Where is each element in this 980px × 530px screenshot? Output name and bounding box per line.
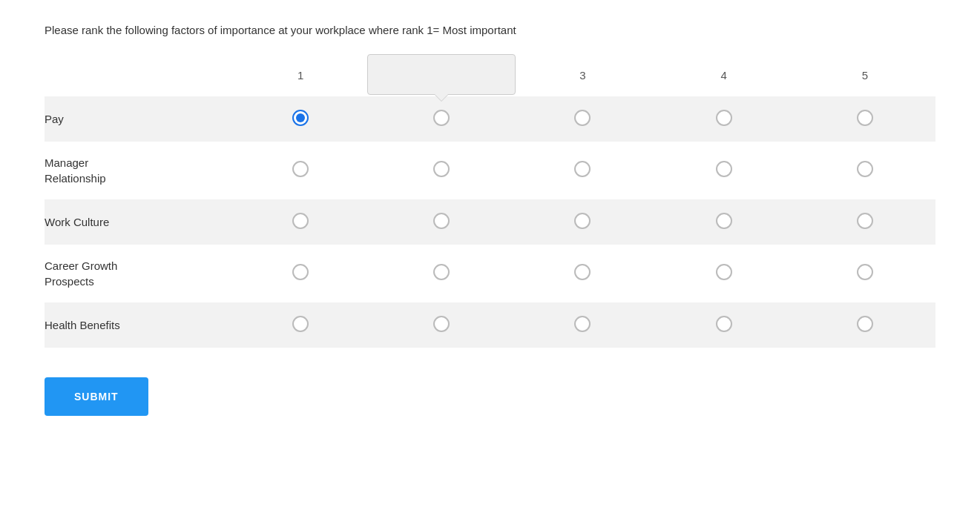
radio-health-benefits-rank3[interactable] bbox=[574, 316, 591, 332]
radio-wrapper-manager-relationship-rank2 bbox=[433, 161, 450, 177]
radio-health-benefits-rank4[interactable] bbox=[716, 316, 732, 332]
cell-career-growth-rank1 bbox=[230, 245, 371, 302]
radio-wrapper-career-growth-rank2 bbox=[433, 264, 450, 280]
cell-work-culture-rank4 bbox=[654, 199, 795, 245]
radio-pay-rank5[interactable] bbox=[857, 110, 873, 126]
cell-health-benefits-rank3 bbox=[512, 302, 653, 348]
col-header-4: 4 bbox=[654, 69, 795, 96]
radio-wrapper-manager-relationship-rank4 bbox=[716, 161, 732, 177]
cell-health-benefits-rank1 bbox=[230, 302, 371, 348]
radio-work-culture-rank1[interactable] bbox=[292, 213, 309, 229]
col-header-label bbox=[45, 69, 230, 96]
radio-manager-relationship-rank1[interactable] bbox=[292, 161, 309, 177]
cell-manager-relationship-rank4 bbox=[654, 142, 795, 199]
radio-manager-relationship-rank2[interactable] bbox=[433, 161, 450, 177]
cell-pay-rank1 bbox=[230, 96, 371, 142]
radio-wrapper-work-culture-rank1 bbox=[292, 213, 309, 229]
radio-work-culture-rank4[interactable] bbox=[716, 213, 732, 229]
cell-work-culture-rank5 bbox=[795, 199, 935, 245]
cell-career-growth-rank3 bbox=[512, 245, 653, 302]
cell-work-culture-rank2 bbox=[371, 199, 512, 245]
radio-career-growth-rank4[interactable] bbox=[716, 264, 732, 280]
cell-career-growth-rank4 bbox=[654, 245, 795, 302]
radio-wrapper-manager-relationship-rank3 bbox=[574, 161, 591, 177]
col-header-3: 3 bbox=[512, 69, 653, 96]
radio-health-benefits-rank2[interactable] bbox=[433, 316, 450, 332]
radio-wrapper-career-growth-rank4 bbox=[716, 264, 732, 280]
survey-table: 1 2 3 4 5 PayManagerRelationshipWork Cul… bbox=[45, 69, 935, 348]
radio-wrapper-health-benefits-rank2 bbox=[433, 316, 450, 332]
radio-wrapper-work-culture-rank3 bbox=[574, 213, 591, 229]
row-label-work-culture: Work Culture bbox=[45, 199, 230, 245]
radio-wrapper-pay-rank5 bbox=[857, 110, 873, 126]
radio-pay-rank2[interactable] bbox=[433, 110, 450, 126]
submit-button[interactable]: SUBMIT bbox=[45, 377, 148, 416]
cell-career-growth-rank5 bbox=[795, 245, 935, 302]
radio-wrapper-health-benefits-rank3 bbox=[574, 316, 591, 332]
radio-health-benefits-rank5[interactable] bbox=[857, 316, 873, 332]
radio-pay-rank3[interactable] bbox=[574, 110, 591, 126]
cell-career-growth-rank2 bbox=[371, 245, 512, 302]
radio-manager-relationship-rank3[interactable] bbox=[574, 161, 591, 177]
radio-wrapper-work-culture-rank2 bbox=[433, 213, 450, 229]
radio-career-growth-rank2[interactable] bbox=[433, 264, 450, 280]
radio-work-culture-rank2[interactable] bbox=[433, 213, 450, 229]
radio-pay-rank4[interactable] bbox=[716, 110, 732, 126]
cell-work-culture-rank3 bbox=[512, 199, 653, 245]
radio-wrapper-work-culture-rank5 bbox=[857, 213, 873, 229]
cell-health-benefits-rank5 bbox=[795, 302, 935, 348]
radio-wrapper-career-growth-rank3 bbox=[574, 264, 591, 280]
row-label-pay: Pay bbox=[45, 96, 230, 142]
radio-career-growth-rank1[interactable] bbox=[292, 264, 309, 280]
tooltip-popup bbox=[367, 54, 516, 95]
col-header-1: 1 bbox=[230, 69, 371, 96]
radio-manager-relationship-rank4[interactable] bbox=[716, 161, 732, 177]
col-header-5: 5 bbox=[795, 69, 935, 96]
radio-wrapper-health-benefits-rank4 bbox=[716, 316, 732, 332]
question-text: Please rank the following factors of imp… bbox=[45, 22, 935, 39]
radio-work-culture-rank5[interactable] bbox=[857, 213, 873, 229]
radio-wrapper-pay-rank1 bbox=[292, 110, 309, 126]
cell-pay-rank3 bbox=[512, 96, 653, 142]
cell-manager-relationship-rank3 bbox=[512, 142, 653, 199]
row-label-career-growth: Career GrowthProspects bbox=[45, 245, 230, 302]
radio-manager-relationship-rank5[interactable] bbox=[857, 161, 873, 177]
cell-pay-rank4 bbox=[654, 96, 795, 142]
radio-wrapper-career-growth-rank5 bbox=[857, 264, 873, 280]
row-label-manager-relationship: ManagerRelationship bbox=[45, 142, 230, 199]
radio-wrapper-manager-relationship-rank1 bbox=[292, 161, 309, 177]
cell-health-benefits-rank4 bbox=[654, 302, 795, 348]
cell-pay-rank2 bbox=[371, 96, 512, 142]
radio-wrapper-health-benefits-rank5 bbox=[857, 316, 873, 332]
radio-wrapper-pay-rank2 bbox=[433, 110, 450, 126]
radio-wrapper-pay-rank3 bbox=[574, 110, 591, 126]
radio-work-culture-rank3[interactable] bbox=[574, 213, 591, 229]
cell-pay-rank5 bbox=[795, 96, 935, 142]
cell-manager-relationship-rank5 bbox=[795, 142, 935, 199]
cell-manager-relationship-rank2 bbox=[371, 142, 512, 199]
radio-wrapper-career-growth-rank1 bbox=[292, 264, 309, 280]
cell-work-culture-rank1 bbox=[230, 199, 371, 245]
radio-career-growth-rank3[interactable] bbox=[574, 264, 591, 280]
radio-health-benefits-rank1[interactable] bbox=[292, 316, 309, 332]
radio-wrapper-manager-relationship-rank5 bbox=[857, 161, 873, 177]
cell-manager-relationship-rank1 bbox=[230, 142, 371, 199]
radio-pay-rank1[interactable] bbox=[292, 110, 309, 126]
row-label-health-benefits: Health Benefits bbox=[45, 302, 230, 348]
radio-wrapper-pay-rank4 bbox=[716, 110, 732, 126]
radio-wrapper-work-culture-rank4 bbox=[716, 213, 732, 229]
cell-health-benefits-rank2 bbox=[371, 302, 512, 348]
radio-wrapper-health-benefits-rank1 bbox=[292, 316, 309, 332]
radio-career-growth-rank5[interactable] bbox=[857, 264, 873, 280]
